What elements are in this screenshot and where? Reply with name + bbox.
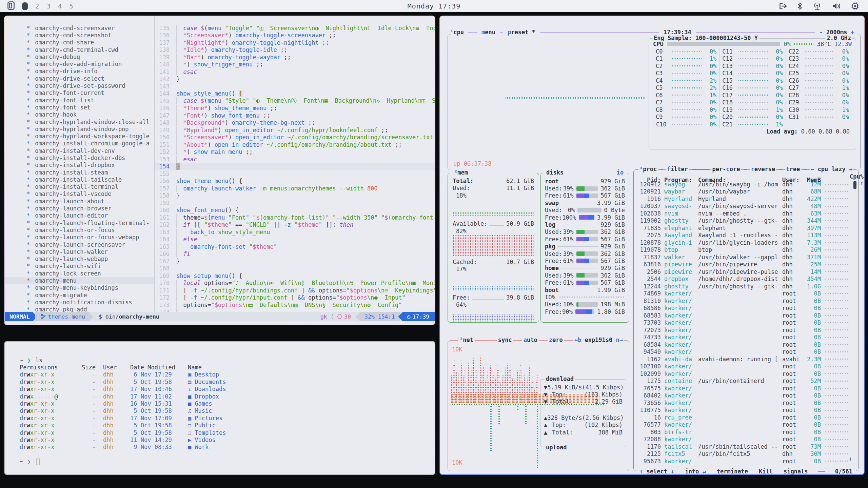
process-row[interactable]: 16 rcu_pree root 0B 0.0	[637, 414, 853, 421]
file-item[interactable]: *omarchy-cmd-screenshot	[5, 32, 154, 39]
logout-icon[interactable]	[779, 2, 787, 10]
file-item[interactable]: *omarchy-font-list	[5, 97, 154, 104]
process-row[interactable]: 119002 ghostty /usr/bin/ghostty --gtk- d…	[637, 217, 853, 225]
process-row[interactable]: 119078 btop btop dhh 26M 0.0	[637, 246, 853, 254]
file-item[interactable]: *omarchy-launch-walker	[5, 248, 154, 255]
file-item[interactable]: *omarchy-drive-set-password	[5, 82, 154, 89]
file-item[interactable]: *omarchy-menu	[5, 277, 154, 284]
process-row[interactable]: 95673 kworker/ root 0B 0.0	[637, 458, 853, 465]
file-item[interactable]: *omarchy-debug	[5, 53, 154, 60]
file-item[interactable]: *omarchy-drive-info	[5, 68, 154, 75]
process-row[interactable]: 1275 containe /usr/bin/containerd root 5…	[637, 378, 853, 385]
process-row[interactable]: 74733 kworker/ root 0B 0.0	[637, 334, 853, 341]
file-item[interactable]: *omarchy-cmd-share	[5, 39, 154, 46]
reverse-toggle[interactable]: reverse	[750, 166, 776, 172]
ls-row[interactable]: drwxr-xr-x - dhh 5 Oct 19:58 ▤Documents	[20, 378, 428, 385]
file-item[interactable]: *omarchy-font-set	[5, 104, 154, 111]
process-row[interactable]: 63816 pipewire /usr/bin/pipewire dhh 25M…	[637, 261, 853, 268]
file-item[interactable]: *omarchy-font-current	[5, 89, 154, 97]
process-row[interactable]: 120937 swayosd- /usr/bin/swayosd-server …	[637, 203, 853, 210]
process-row[interactable]: 81310 kworker/ root 0B 0.0	[637, 297, 853, 305]
filter-button[interactable]: filter	[666, 166, 689, 172]
process-row[interactable]: 71835 elephant elephant dhh 397M 0.0	[637, 224, 853, 232]
proc-scrollbar[interactable]	[853, 181, 856, 189]
ls-row[interactable]: drwxr-xr-x - dhh 5 Oct 19:58 ♫Music	[20, 407, 428, 414]
file-item[interactable]: *omarchy-install-tailscale	[5, 176, 154, 183]
signals-button[interactable]: signals	[783, 468, 809, 474]
process-row[interactable]: 68583 kworker/ root 0B 0.0	[637, 312, 853, 319]
net-zero-button[interactable]: zero	[548, 337, 564, 343]
net-auto-button[interactable]: auto	[522, 337, 539, 343]
file-item[interactable]: *omarchy-dev-add-migration	[5, 60, 154, 67]
file-item[interactable]: *omarchy-drive-select	[5, 75, 154, 82]
file-item[interactable]: *omarchy-hyprland-window-pop	[5, 125, 154, 133]
process-row[interactable]: 12244 ghostty /usr/bin/ghostty --gtk- dh…	[637, 283, 853, 290]
process-row[interactable]: 71837 walker /usr/bin/walker --gappl dhh…	[637, 253, 853, 261]
file-item[interactable]: *omarchy-launch-wifi	[5, 263, 154, 270]
per-core-toggle[interactable]: per-core	[711, 166, 741, 172]
tree-toggle[interactable]: tree	[785, 166, 801, 172]
process-row[interactable]: 2075 Xwayland Xwayland :1 -rootless - dh…	[637, 232, 853, 239]
process-row[interactable]: 120921 waybar /usr/bin/waybar dhh 68M 0.…	[637, 188, 853, 196]
file-item[interactable]: *omarchy-install-dev-env	[5, 147, 154, 154]
process-row[interactable]: 120912 swaybg /usr/bin/swaybg -i /hom dh…	[637, 181, 853, 188]
kill-button[interactable]: Kill	[758, 468, 774, 474]
process-row[interactable]: 76577 kworker/ root 0B 0.0	[637, 421, 853, 429]
process-row[interactable]: 73703 kworker/ root 0B 0.0	[637, 319, 853, 327]
ls-row[interactable]: drwxr-xr-x - dhh 9 Nov 08:33 ■Work	[20, 444, 428, 451]
file-item[interactable]: *omarchy-install-chromium-google-a	[5, 140, 154, 147]
network-icon[interactable]	[812, 2, 822, 10]
process-row[interactable]: 72088 kworker/ root 0B 0.0	[637, 436, 853, 443]
process-row[interactable]: 102100 kworker/ root 0B 0.0	[637, 363, 853, 370]
process-row[interactable]: 1162 avahi-da avahi-daemon: running [ av…	[637, 355, 853, 363]
file-item[interactable]: *omarchy-install-dropbox	[5, 162, 154, 169]
info-button[interactable]: info ↵	[684, 468, 707, 474]
net-interface-switcher[interactable]: ←b enp191s0 n→	[573, 337, 624, 343]
file-item[interactable]: *omarchy-install-terminal	[5, 183, 154, 190]
process-row[interactable]: 94540 kworker/ root 0B 0.0	[637, 348, 853, 356]
process-row[interactable]: 110775 kworker/ root 0B 0.0	[637, 407, 853, 414]
file-item[interactable]: *omarchy-launch-about	[5, 198, 154, 205]
file-item[interactable]: *omarchy-launch-webapp	[5, 256, 154, 263]
process-row[interactable]: 72073 kworker/ root 0B 0.0	[637, 326, 853, 334]
process-row[interactable]: 102638 nvim nvim --embed . dhh 63M 0.0	[637, 210, 853, 217]
process-row[interactable]: 1170 tailscal /usr/sbin/tailscaled -- ro…	[637, 443, 853, 450]
sort-selector[interactable]: ← cpu lazy →	[810, 166, 853, 172]
process-row[interactable]: 102099 kworker/ root 0B 0.0	[637, 370, 853, 378]
file-item[interactable]: *omarchy-launch-editor	[5, 212, 154, 219]
process-row[interactable]: 2125 fcitx5 /usr/bin/fcitx5 dhh 30M 0.0	[637, 450, 853, 458]
io-toggle[interactable]: io	[615, 169, 625, 176]
ls-row[interactable]: drwxr-xr-x - dhh 5 Oct 19:58 ❐Templates	[20, 429, 428, 436]
process-row[interactable]: 76575 kworker/ root 0B 0.0	[637, 385, 853, 392]
file-item[interactable]: *omarchy-install-steam	[5, 169, 154, 176]
process-row[interactable]: 2506 pipewire /usr/bin/pipewire-pulse dh…	[637, 268, 853, 276]
process-row[interactable]: 68402 kworker/ root 0B 0.0	[637, 392, 853, 400]
file-item[interactable]: *omarchy-launch-browser	[5, 205, 154, 212]
terminate-button[interactable]: terminate	[716, 468, 749, 474]
file-item[interactable]: *omarchy-hook	[5, 111, 154, 118]
file-item[interactable]: *omarchy-lock-screen	[5, 270, 154, 277]
file-item[interactable]: *omarchy-install-docker-dbs	[5, 154, 154, 161]
ls-row[interactable]: drwxr-xr-x - dhh 6 Nov 17:29 ▣Desktop	[20, 371, 428, 378]
ls-row[interactable]: drwx------@ - dhh 17 Nov 11:02 ■Dropbox	[20, 393, 428, 400]
bluetooth-icon[interactable]	[797, 2, 802, 10]
process-row[interactable]: 803 btrfs-tr root 0B 0.0	[637, 428, 853, 436]
file-item[interactable]: *omarchy-launch-or-focus	[5, 226, 154, 233]
file-item[interactable]: *omarchy-hyprland-window-close-all	[5, 118, 154, 125]
ls-row[interactable]: drwxr-xr-x - dhh 16 Nov 15:31 ■Games	[20, 400, 428, 407]
file-item[interactable]: *omarchy-cmd-terminal-cwd	[5, 46, 154, 53]
process-row[interactable]: 1916 Hyprland Hyprland dhh 422M 0.0	[637, 195, 853, 203]
ls-row[interactable]: drwxr-xr-x - dhh 17 Nov 10:46 ⇓Downloads	[20, 386, 428, 393]
process-row[interactable]: 68584 kworker/ root 0B 0.0	[637, 341, 853, 348]
cpu-chip-icon[interactable]	[851, 2, 859, 10]
file-item[interactable]: *omarchy-launch-floating-terminal-	[5, 219, 154, 226]
file-item[interactable]: *omarchy-menu-keybindings	[5, 284, 154, 291]
net-sync-button[interactable]: sync	[497, 337, 513, 343]
volume-icon[interactable]	[832, 2, 841, 10]
code-pane[interactable]: 135 ▏ case $(menu "Toggle" "◫ Screensave…	[155, 24, 435, 316]
process-row[interactable]: 2544 dropbox /home/dhh/.dropbox-dist dhh…	[637, 276, 853, 283]
process-row[interactable]: 73656 kworker/ root 0B 0.0	[637, 399, 853, 407]
process-row[interactable]: 120878 glycin-i /usr/lib/glycin-loaders …	[637, 239, 853, 246]
file-item[interactable]: *omarchy-launch-or-focus-webapp	[5, 234, 154, 241]
ls-row[interactable]: drwxr-xr-x - dhh 5 Oct 19:58 ❐Public	[20, 422, 428, 429]
